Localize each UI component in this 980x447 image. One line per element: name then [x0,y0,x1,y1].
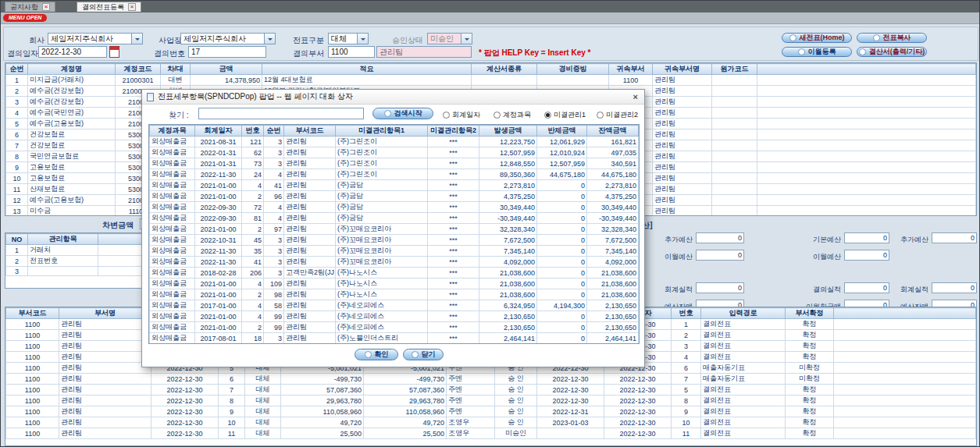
table-cell[interactable]: 관리팀 [59,363,151,374]
table-cell[interactable] [712,162,757,173]
table-cell[interactable]: 관리팀 [59,330,151,341]
table-cell[interactable]: 2022-12-30 [604,428,672,439]
table-cell[interactable]: 결의전표 [701,396,786,406]
approval-state-select[interactable]: 미승인 [427,33,472,44]
table-cell[interactable]: 44,675,180 [587,169,639,180]
table-cell[interactable]: 2021-01-00 [195,224,242,235]
table-cell[interactable]: 2022-11-30 [195,169,242,180]
table-cell[interactable] [757,206,976,217]
report-print-button[interactable]: 결산서(출력/기타) [857,47,927,57]
table-cell[interactable]: *** [428,268,479,278]
table-cell[interactable]: 관리팀 [653,108,712,119]
table-cell[interactable]: 관리팀 [284,158,336,169]
budget-value[interactable]: 0 [696,282,744,293]
table-cell[interactable] [834,319,976,330]
table-cell[interactable] [834,341,976,352]
table-cell[interactable]: (주)나노시스 [336,268,428,278]
company-select[interactable]: 제일저지주식회사 [48,33,143,44]
table-cell[interactable]: 2017-08-01 [195,333,242,344]
table-cell[interactable]: 예수금(고용보험) [28,195,116,206]
table-cell[interactable]: 1 [672,319,701,330]
table-cell[interactable]: 확정 [786,352,834,363]
table-cell[interactable]: 11 [219,428,245,439]
table-cell[interactable] [834,406,976,417]
budget-value[interactable]: 0 [932,232,977,243]
table-cell[interactable]: 관리팀 [284,278,336,289]
table-cell[interactable]: 2022-11-30 [195,246,242,257]
table-cell[interactable]: 7,672,500 [479,235,537,246]
table-cell[interactable]: 외상매출금 [150,235,195,246]
table-cell[interactable]: 2 [242,322,264,333]
table-cell[interactable]: 8 [672,396,701,406]
table-cell[interactable]: 497,035 [587,147,639,158]
table-cell[interactable]: 외상매출금 [150,311,195,322]
table-cell[interactable]: 승 인 [495,406,537,417]
tab-voucher-entry[interactable]: 결의전표등록 × [77,2,141,12]
table-cell[interactable]: (주)나노시스 [336,278,428,289]
table-cell[interactable]: 2 [672,330,701,341]
table-cell[interactable]: 2022-11-30 [195,257,242,268]
table-row[interactable]: 외상매출금2021-01-00499관리팀(주)네오피에스***2,130,65… [150,311,639,322]
table-cell[interactable]: 7 [219,385,245,396]
table-cell[interactable]: 관리팀 [284,246,336,257]
table-cell[interactable]: *** [428,180,479,191]
table-cell[interactable]: 0 [537,268,587,278]
table-cell[interactable]: 2 [242,191,264,202]
table-cell[interactable]: *** [428,246,479,257]
table-cell[interactable]: *** [428,322,479,333]
table-cell[interactable]: 1 [6,75,28,86]
table-cell[interactable]: 건강보험료 [28,140,116,151]
table-cell[interactable]: 1100 [6,341,59,352]
table-cell[interactable]: 관리팀 [284,137,336,147]
table-cell[interactable]: 미지급금(거래처) [28,75,116,86]
table-cell[interactable]: 예수금(건강보험) [28,97,116,108]
table-cell[interactable]: 9 [6,162,28,173]
table-cell[interactable]: 관리팀 [653,184,712,195]
table-cell[interactable] [757,184,976,195]
table-cell[interactable]: 관리팀 [653,97,712,108]
table-cell[interactable]: 41 [242,257,264,268]
table-cell[interactable] [472,75,537,86]
table-cell[interactable]: 승 인 [495,385,537,396]
table-cell[interactable]: 4 [6,108,28,119]
table-cell[interactable]: 관리팀 [284,235,336,246]
table-cell[interactable]: 30,349,440 [479,202,537,213]
table-cell[interactable]: 결의전표 [701,417,786,428]
table-cell[interactable]: (주)꼬매요코리아 [336,246,428,257]
table-cell[interactable]: 관리팀 [284,257,336,268]
table-cell[interactable]: 2022-12-30 [537,374,604,385]
table-cell[interactable] [834,428,976,439]
table-row[interactable]: 외상매출금2022-11-30244관리팀(주)그린조이***89,350,36… [150,169,639,180]
table-cell[interactable]: *** [428,278,479,289]
table-cell[interactable]: -30,349,440 [479,213,537,224]
table-cell[interactable]: 2022-12-30 [604,417,672,428]
table-cell[interactable]: 예수금(건강보험) [28,86,116,97]
table-cell[interactable]: *** [428,137,479,147]
table-cell[interactable]: 11 [6,184,28,195]
table-cell[interactable]: *** [428,311,479,322]
table-cell[interactable]: 4,375,250 [587,191,639,202]
table-cell[interactable]: 3 [6,267,28,276]
table-cell[interactable]: 2 [6,86,28,97]
table-cell[interactable]: 7 [6,140,28,151]
table-cell[interactable]: 21,038,600 [587,289,639,300]
table-cell[interactable]: 관리팀 [284,202,336,213]
table-cell[interactable]: *** [428,169,479,180]
table-cell[interactable] [757,119,976,129]
table-cell[interactable]: 2,130,650 [587,300,639,311]
table-cell[interactable]: 관리팀 [284,311,336,322]
table-row[interactable]: 외상매출금2021-01-00296관리팀(주)금담***4,375,25004… [150,191,639,202]
table-cell[interactable]: 외상매출금 [150,300,195,311]
table-row[interactable]: 외상매출금2021-01-00297관리팀(주)꼬매요코리아***32,328,… [150,224,639,235]
table-cell[interactable]: 관리팀 [59,406,151,417]
table-cell[interactable]: -30,349,440 [587,213,639,224]
table-cell[interactable]: 49,720 [281,417,364,428]
table-cell[interactable]: 외상매출금 [150,257,195,268]
table-cell[interactable] [712,173,757,184]
table-cell[interactable]: 2 [6,256,28,267]
table-cell[interactable]: 관리팀 [653,140,712,151]
table-cell[interactable]: 대체 [245,406,281,417]
table-cell[interactable]: 미수금 [28,206,116,217]
table-cell[interactable]: 결의전표 [701,428,786,439]
table-cell[interactable]: 32,328,340 [479,224,537,235]
